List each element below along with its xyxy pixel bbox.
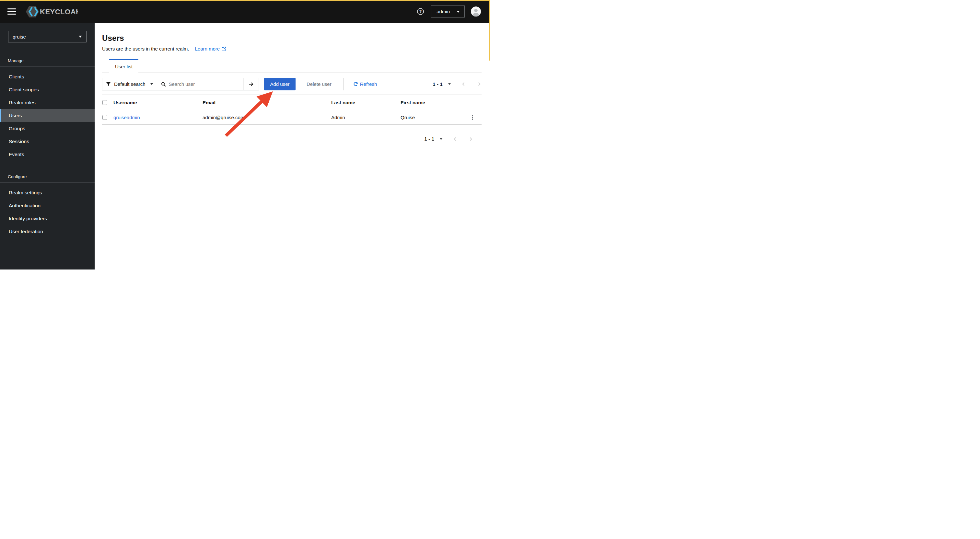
row-actions-kebab-icon[interactable] xyxy=(470,113,475,121)
pagination-range: 1 - 1 xyxy=(424,137,434,142)
pagination-bottom: 1 - 1 xyxy=(424,137,473,142)
sidebar-item-sessions[interactable]: Sessions xyxy=(0,135,95,148)
keycloak-admin-console: KEYCLOAK ? admin xyxy=(0,0,490,269)
search-icon xyxy=(161,82,165,87)
select-all-checkbox[interactable] xyxy=(102,100,107,105)
sidebar: qruise Manage Clients Client scopes Real… xyxy=(0,23,95,269)
column-header-username: Username xyxy=(113,100,202,105)
search-type-dropdown[interactable]: Default search xyxy=(102,78,157,90)
svg-text:?: ? xyxy=(419,10,422,14)
section-label-configure: Configure xyxy=(8,174,95,179)
sidebar-item-realm-settings[interactable]: Realm settings xyxy=(0,186,95,199)
sidebar-item-authentication[interactable]: Authentication xyxy=(0,199,95,212)
previous-page-icon[interactable] xyxy=(461,82,466,86)
refresh-icon xyxy=(353,82,358,86)
screenshare-border-right xyxy=(489,0,490,60)
email-cell: admin@qruise.com xyxy=(202,114,331,120)
keycloak-logo: KEYCLOAK xyxy=(25,5,78,19)
sidebar-item-groups[interactable]: Groups xyxy=(0,122,95,135)
sidebar-section-configure: Configure Realm settings Authentication … xyxy=(0,174,95,238)
page-title: Users xyxy=(102,34,482,43)
delete-user-button[interactable]: Delete user xyxy=(307,81,331,87)
page-subtitle: Users are the users in the current realm… xyxy=(102,46,189,51)
users-table: Username Email Last name First name qrui… xyxy=(102,95,482,125)
add-user-button[interactable]: Add user xyxy=(264,78,296,91)
tab-user-list[interactable]: User list xyxy=(109,59,138,73)
screenshare-border-top xyxy=(0,0,490,1)
pagination-options-caret-icon[interactable] xyxy=(448,83,451,85)
tab-strip: User list xyxy=(102,59,482,73)
sidebar-item-client-scopes[interactable]: Client scopes xyxy=(0,83,95,96)
search-group: Default search xyxy=(102,78,259,91)
sidebar-section-manage: Manage Clients Client scopes Realm roles… xyxy=(0,58,95,161)
section-label-manage: Manage xyxy=(8,58,95,63)
column-header-first-name: First name xyxy=(401,100,463,105)
main-content: Users Users are the users in the current… xyxy=(95,23,490,269)
next-page-icon[interactable] xyxy=(477,82,482,86)
table-header-row: Username Email Last name First name xyxy=(102,95,482,110)
avatar[interactable] xyxy=(471,6,481,16)
user-dropdown[interactable]: admin xyxy=(431,5,465,17)
search-field xyxy=(157,78,243,90)
search-submit-button[interactable] xyxy=(243,78,259,90)
sidebar-item-realm-roles[interactable]: Realm roles xyxy=(0,96,95,109)
search-type-label: Default search xyxy=(114,81,145,87)
first-name-cell: Qruise xyxy=(401,114,463,120)
next-page-icon[interactable] xyxy=(468,137,473,142)
masthead-right: ? admin xyxy=(417,5,490,17)
previous-page-icon[interactable] xyxy=(453,137,458,142)
arrow-right-icon xyxy=(248,82,254,87)
nav-toggle-hamburger-icon[interactable] xyxy=(8,8,16,14)
product-name-text: KEYCLOAK xyxy=(40,8,78,16)
column-header-email: Email xyxy=(202,100,331,105)
pagination-options-caret-icon[interactable] xyxy=(440,138,442,140)
user-dropdown-label: admin xyxy=(436,9,450,14)
username-link[interactable]: qruiseadmin xyxy=(113,114,202,120)
external-link-icon xyxy=(222,47,226,51)
sidebar-item-identity-providers[interactable]: Identity providers xyxy=(0,212,95,225)
row-checkbox[interactable] xyxy=(102,115,107,120)
toolbar: Default search xyxy=(102,78,482,91)
masthead: KEYCLOAK ? admin xyxy=(0,0,490,23)
pagination-top: 1 - 1 xyxy=(433,82,482,87)
sidebar-item-user-federation[interactable]: User federation xyxy=(0,225,95,238)
last-name-cell: Admin xyxy=(331,114,401,120)
table-row: qruiseadmin admin@qruise.com Admin Qruis… xyxy=(102,110,482,125)
help-icon[interactable]: ? xyxy=(417,8,424,15)
learn-more-link[interactable]: Learn more xyxy=(195,46,226,51)
realm-selector-value: qruise xyxy=(13,34,26,40)
chevron-down-icon xyxy=(150,83,153,85)
pagination-range: 1 - 1 xyxy=(433,82,443,87)
column-header-last-name: Last name xyxy=(331,100,401,105)
chevron-down-icon xyxy=(457,11,460,13)
realm-selector[interactable]: qruise xyxy=(8,31,86,43)
divider xyxy=(343,78,344,91)
divider xyxy=(0,182,95,183)
search-input[interactable] xyxy=(169,81,240,87)
chevron-down-icon xyxy=(79,36,82,38)
sidebar-item-events[interactable]: Events xyxy=(0,148,95,161)
sidebar-item-users[interactable]: Users xyxy=(0,109,95,122)
refresh-button[interactable]: Refresh xyxy=(353,81,377,87)
sidebar-item-clients[interactable]: Clients xyxy=(0,70,95,83)
filter-icon xyxy=(106,82,111,86)
